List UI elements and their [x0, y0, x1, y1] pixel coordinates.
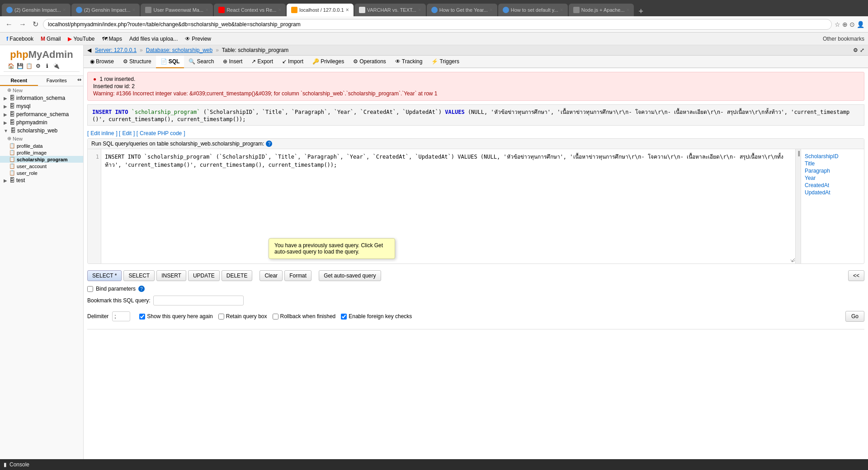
edit-link[interactable]: Edit — [122, 130, 132, 136]
extension-icon-1[interactable]: ⊕ — [842, 21, 848, 28]
tab-7[interactable]: How to Get the Year... × — [427, 4, 497, 16]
tab-2[interactable]: (2) Genshin Impact... × — [71, 4, 140, 16]
tab-3-close[interactable]: × — [205, 7, 208, 13]
tab-sql[interactable]: 📄 SQL — [156, 56, 184, 68]
edit-inline-link[interactable]: Edit inline — [90, 130, 114, 136]
retain-query-option[interactable]: Retain query box — [218, 313, 267, 320]
bookmark-star-icon[interactable]: ☆ — [835, 21, 840, 28]
delimiter-input[interactable] — [112, 311, 130, 321]
rollback-option[interactable]: Rollback when finished — [273, 313, 336, 320]
delete-button[interactable]: DELETE — [222, 270, 253, 281]
tab-8-close[interactable]: × — [560, 7, 563, 13]
sql-scrollbar[interactable]: ▐ — [795, 149, 801, 263]
tab-tracking[interactable]: 👁 Tracking — [391, 56, 427, 68]
go-button[interactable]: Go — [845, 311, 864, 322]
server-breadcrumb[interactable]: Server: 127.0.0.1 — [95, 47, 137, 53]
sidebar-db-test[interactable]: ▶ 🗄 test — [0, 176, 83, 184]
sidebar-table-icon[interactable]: 📋 — [25, 62, 33, 70]
format-button[interactable]: Format — [284, 270, 311, 281]
reload-button[interactable]: ↻ — [31, 19, 40, 29]
header-expand-icon[interactable]: ⤢ — [860, 47, 864, 53]
tab-4[interactable]: React Context vs Re... × — [214, 4, 286, 16]
sidebar-collapse-icon[interactable]: ⇔ — [75, 76, 83, 86]
sidebar-db-performance[interactable]: ▶ 🗄 performance_schema — [0, 110, 83, 118]
bookmark-youtube[interactable]: ▶ YouTube — [65, 35, 97, 43]
sidebar-plugin-icon[interactable]: 🔌 — [52, 62, 60, 70]
column-updated-at[interactable]: UpdatedAt — [805, 189, 860, 196]
header-settings-icon[interactable]: ⚙ — [853, 47, 858, 53]
bind-parameters-checkbox[interactable] — [87, 286, 93, 292]
forward-button[interactable]: → — [17, 19, 28, 29]
tab-insert[interactable]: ⊕ Insert — [218, 56, 247, 68]
collapse-sidebar-icon[interactable]: ◀ — [87, 47, 91, 53]
sidebar-db-icon[interactable]: 💾 — [16, 62, 24, 70]
sidebar-tab-recent[interactable]: Recent — [0, 76, 38, 86]
tab-7-close[interactable]: × — [490, 7, 493, 13]
database-breadcrumb[interactable]: Database: scholarship_web — [146, 47, 212, 53]
column-paragraph[interactable]: Paragraph — [805, 167, 860, 174]
retain-query-checkbox[interactable] — [218, 314, 224, 320]
sidebar-home-icon[interactable]: 🏠 — [7, 62, 14, 70]
rollback-checkbox[interactable] — [273, 314, 278, 320]
tab-6[interactable]: VARCHAR vs. TEXT... × — [354, 4, 426, 16]
tab-9-close[interactable]: × — [626, 7, 629, 13]
column-created-at[interactable]: CreatedAt — [805, 182, 860, 189]
scroll-left-button[interactable]: << — [848, 270, 864, 281]
tab-import[interactable]: ↙ Import — [278, 56, 308, 68]
sql-help-icon[interactable]: ? — [266, 141, 272, 147]
column-scholarship-id[interactable]: ScholarshipID — [805, 153, 860, 160]
tab-8[interactable]: How to set default y... × — [498, 4, 568, 16]
console-bar[interactable]: ▮ Console — [0, 459, 868, 470]
sidebar-table-user-account[interactable]: 📋 user_account — [0, 163, 83, 169]
tab-3[interactable]: User Paweenwat Ma... × — [141, 4, 213, 16]
profile-icon[interactable]: 👤 — [857, 21, 864, 28]
clear-button[interactable]: Clear — [259, 270, 283, 281]
foreign-key-option[interactable]: Enable foreign key checks — [341, 313, 412, 320]
bookmark-gmail[interactable]: M Gmail — [38, 35, 63, 43]
tab-9[interactable]: Node.js + Apache... × — [569, 4, 634, 16]
tab-6-close[interactable]: × — [418, 7, 421, 13]
bind-help-icon[interactable]: ? — [138, 286, 145, 292]
select-button[interactable]: SELECT — [123, 270, 155, 281]
tab-1[interactable]: (2) Genshin Impact... × — [2, 4, 71, 16]
sidebar-table-new[interactable]: ⊕ New — [0, 135, 83, 142]
insert-button[interactable]: INSERT — [156, 270, 186, 281]
sidebar-new-item-top[interactable]: ⊕ New — [0, 86, 83, 94]
sql-resize-corner[interactable]: ↘ — [790, 258, 795, 263]
update-button[interactable]: UPDATE — [188, 270, 220, 281]
tab-2-close[interactable]: × — [132, 7, 135, 13]
show-query-checkbox[interactable] — [139, 314, 145, 320]
back-button[interactable]: ← — [4, 19, 14, 29]
sidebar-table-scholarship-program[interactable]: 📋 scholarship_program — [0, 156, 83, 163]
sidebar-settings-icon[interactable]: ⚙ — [34, 62, 42, 70]
sidebar-db-phpmyadmin[interactable]: ▶ 🗄 phpmyadmin — [0, 118, 83, 127]
tab-5[interactable]: localhost / 127.0.0.1 × — [287, 4, 353, 16]
bookmark-add-files[interactable]: Add files via uploa... — [127, 35, 180, 43]
column-year[interactable]: Year — [805, 174, 860, 182]
foreign-key-checkbox[interactable] — [341, 314, 347, 320]
sidebar-table-profile-image[interactable]: 📋 profile_image — [0, 149, 83, 156]
tab-operations[interactable]: ⚙ Operations — [349, 56, 391, 68]
column-title[interactable]: Title — [805, 160, 860, 167]
sidebar-db-information-schema[interactable]: ▶ 🗄 information_schema — [0, 94, 83, 102]
bookmark-maps[interactable]: 🗺 Maps — [99, 35, 125, 43]
tab-1-close[interactable]: × — [63, 7, 66, 13]
tab-structure[interactable]: ⚙ Structure — [118, 56, 156, 68]
sql-editor-textarea[interactable]: INSERT INTO `scholarship_program` (`Scho… — [101, 149, 795, 262]
tab-4-close[interactable]: × — [278, 7, 281, 13]
bookmark-facebook[interactable]: f Facebook — [4, 34, 36, 43]
extension-icon-2[interactable]: ⊙ — [849, 21, 855, 28]
tab-triggers[interactable]: ⚡ Triggers — [427, 56, 464, 68]
create-php-link[interactable]: Create PHP code — [140, 130, 182, 136]
tab-browse[interactable]: ◉ Browse — [85, 56, 118, 68]
sidebar-info-icon[interactable]: ℹ — [43, 62, 51, 70]
tab-privileges[interactable]: 🔑 Privileges — [308, 56, 349, 68]
get-auto-saved-button[interactable]: Get auto-saved query — [319, 270, 381, 281]
other-bookmarks[interactable]: Other bookmarks — [823, 36, 864, 42]
url-input[interactable] — [43, 19, 832, 30]
bookmark-input[interactable] — [153, 296, 244, 306]
sidebar-table-profile-data[interactable]: 📋 profile_data — [0, 142, 83, 149]
sidebar-table-user-role[interactable]: 📋 user_role — [0, 169, 83, 176]
show-query-option[interactable]: Show this query here again — [139, 313, 212, 320]
sidebar-db-scholarship[interactable]: ▼ 🗄 scholarship_web — [0, 127, 83, 135]
